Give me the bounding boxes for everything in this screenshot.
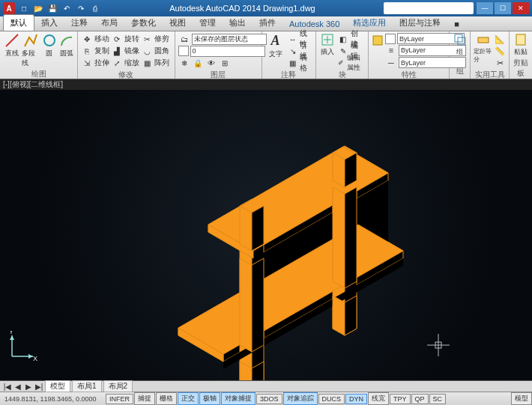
status-ortho[interactable]: 正交: [178, 392, 199, 405]
tab-output[interactable]: 输出: [223, 15, 253, 31]
status-ducs[interactable]: DUCS: [318, 394, 345, 404]
close-button[interactable]: ✕: [513, 2, 529, 14]
dim-linear-icon[interactable]: ↔: [288, 33, 298, 45]
maximize-button[interactable]: ☐: [495, 2, 511, 14]
util-icon-2[interactable]: 📏: [494, 45, 506, 57]
util-icon-3[interactable]: ✂: [494, 57, 506, 69]
edit-attr-icon[interactable]: ✐: [337, 57, 345, 69]
leader-icon[interactable]: ↘: [288, 45, 298, 57]
qat-undo-icon[interactable]: ↶: [61, 2, 73, 14]
layer-btn3-icon[interactable]: 👁: [205, 57, 217, 69]
paste-label: 粘贴: [514, 47, 528, 57]
tab-layout2[interactable]: 布局2: [103, 380, 133, 392]
status-model[interactable]: 模型: [511, 392, 532, 405]
status-dyn[interactable]: DYN: [345, 394, 367, 404]
layer-btn4-icon[interactable]: ⊞: [219, 57, 231, 69]
line-button[interactable]: 直线: [3, 33, 20, 58]
mirror-label[interactable]: 镜像: [124, 46, 139, 56]
status-otrack[interactable]: 对象追踪: [283, 392, 318, 405]
status-qp[interactable]: QP: [411, 394, 429, 404]
measure-button[interactable]: 定距等分: [474, 33, 492, 64]
qat-open-icon[interactable]: 📂: [32, 2, 44, 14]
status-sc[interactable]: SC: [429, 394, 447, 404]
circle-label: 圆: [46, 49, 52, 58]
util-icon-1[interactable]: 📐: [494, 33, 506, 45]
array-label[interactable]: 阵列: [154, 58, 169, 68]
status-lwt[interactable]: 线宽: [368, 392, 389, 405]
color-swatch[interactable]: [385, 34, 396, 44]
status-infer[interactable]: INFER: [106, 394, 133, 404]
panel-layer-title: 图层: [178, 69, 259, 81]
mirror-icon[interactable]: ▟: [111, 45, 123, 57]
viewport-label[interactable]: [-][俯视][二维线框]: [0, 79, 532, 90]
app-menu-button[interactable]: A: [3, 2, 15, 14]
tab-layout[interactable]: 布局: [94, 15, 124, 31]
search-input[interactable]: [384, 2, 474, 14]
match-prop-button[interactable]: [372, 33, 384, 48]
arc-button[interactable]: 圆弧: [59, 33, 74, 58]
minimize-button[interactable]: —: [477, 2, 493, 14]
text-button[interactable]: A 文字: [265, 33, 286, 59]
tab-view[interactable]: 视图: [163, 15, 193, 31]
rotate-label[interactable]: 旋转: [124, 34, 139, 44]
trim-label[interactable]: 修剪: [154, 34, 169, 44]
qat-save-icon[interactable]: 💾: [46, 2, 58, 14]
rotate-icon[interactable]: ⟳: [111, 33, 123, 45]
layer-dropdown[interactable]: 0: [190, 46, 265, 57]
status-snap[interactable]: 捕捉: [134, 392, 155, 405]
status-3dos[interactable]: 3DOS: [256, 394, 282, 404]
copy-icon[interactable]: ⎘: [81, 45, 93, 57]
drawing-object[interactable]: [156, 135, 433, 380]
tab-manage[interactable]: 管理: [193, 15, 223, 31]
qat-new-icon[interactable]: □: [18, 2, 30, 14]
coord-readout: 1449.8131, 1198.3465, 0.0000: [0, 395, 105, 403]
status-tpy[interactable]: TPY: [390, 394, 411, 404]
tab-layout1[interactable]: 布局1: [72, 380, 102, 392]
drawing-area[interactable]: Y X: [0, 90, 532, 380]
copy-label[interactable]: 复制: [94, 46, 109, 56]
status-polar[interactable]: 极轴: [199, 392, 220, 405]
layer-btn2-icon[interactable]: 🔒: [192, 57, 204, 69]
trim-icon[interactable]: ✂: [141, 33, 153, 45]
scale-icon[interactable]: ⤢: [111, 57, 123, 69]
svg-text:X: X: [33, 355, 37, 361]
tab-a360[interactable]: Autodesk 360: [282, 17, 346, 31]
layout-next-button[interactable]: ▶: [24, 383, 33, 391]
fillet-label[interactable]: 圆角: [154, 46, 169, 56]
stretch-icon[interactable]: ⇲: [81, 57, 93, 69]
scale-label[interactable]: 缩放: [124, 58, 139, 68]
circle-button[interactable]: 圆: [40, 33, 58, 58]
status-grid[interactable]: 栅格: [156, 392, 177, 405]
insert-block-button[interactable]: 插入: [319, 33, 336, 57]
tab-insert[interactable]: 插入: [34, 15, 64, 31]
fillet-icon[interactable]: ◡: [141, 45, 153, 57]
tab-layer-anno[interactable]: 图层与注释: [393, 15, 447, 31]
layer-prop-icon[interactable]: 🗂: [178, 33, 190, 45]
layout-last-button[interactable]: ▶|: [34, 383, 43, 391]
svg-rect-6: [455, 34, 462, 42]
qat-redo-icon[interactable]: ↷: [75, 2, 87, 14]
layout-prev-button[interactable]: ◀: [13, 383, 22, 391]
panel-draw-title: 绘图: [3, 68, 74, 80]
move-label[interactable]: 移动: [94, 34, 109, 44]
group-button[interactable]: 组: [453, 33, 467, 57]
table-icon[interactable]: ▦: [288, 57, 298, 69]
tab-annotate[interactable]: 注释: [64, 15, 94, 31]
status-osnap[interactable]: 对象捕捉: [221, 392, 256, 405]
move-icon[interactable]: ✥: [81, 33, 93, 45]
layout-first-button[interactable]: |◀: [3, 383, 12, 391]
layer-color-swatch[interactable]: [178, 46, 189, 56]
paste-button[interactable]: 粘贴: [513, 33, 529, 57]
tab-default[interactable]: 默认: [3, 14, 34, 31]
tab-focus[interactable]: ■: [447, 17, 466, 31]
layer-btn1-icon[interactable]: ❄: [178, 57, 190, 69]
qat-print-icon[interactable]: ⎙: [89, 2, 101, 14]
array-icon[interactable]: ▦: [141, 57, 153, 69]
layer-state-dropdown[interactable]: 未保存的图层状态: [192, 34, 267, 45]
polyline-button[interactable]: 多段线: [22, 33, 39, 68]
stretch-label[interactable]: 拉伸: [94, 58, 109, 68]
tab-plugins[interactable]: 插件: [253, 15, 282, 31]
tab-model[interactable]: 模型: [45, 380, 70, 392]
create-block-icon[interactable]: ◧: [337, 33, 349, 45]
tab-parametric[interactable]: 参数化: [124, 15, 163, 31]
